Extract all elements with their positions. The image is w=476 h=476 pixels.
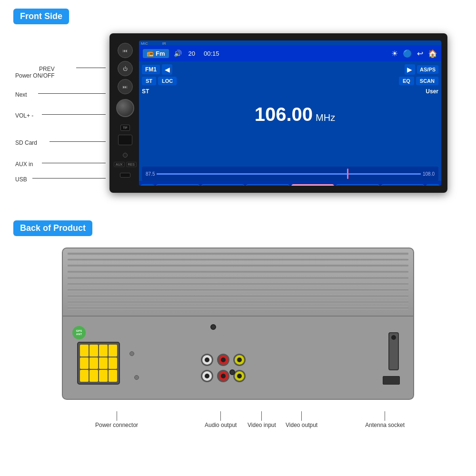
fin (68, 295, 408, 298)
preset-1[interactable]: 87.50 (156, 184, 199, 186)
ir-label: IR (162, 41, 166, 46)
mic-ir-labels: MIC IR (141, 41, 166, 46)
small-jack-top (210, 324, 216, 330)
home-icon[interactable]: 🏠 (428, 49, 437, 58)
brightness-icon[interactable]: ☀ (391, 49, 398, 58)
freq-unit: MHz (316, 112, 335, 123)
rca-red-2 (217, 370, 229, 382)
label-line-video-in (261, 411, 262, 421)
loc-button[interactable]: LOC (158, 77, 177, 85)
antenna-socket-label: Antenna socket (365, 411, 405, 428)
preset-5[interactable]: 108.00 (336, 184, 379, 186)
label-line-power (117, 411, 117, 421)
preset-3[interactable]: 98.00 (246, 184, 289, 186)
fin (68, 264, 408, 267)
right-controls: ▶ AS/PS EQ SCAN User (391, 64, 438, 164)
eq-scan-row: EQ SCAN (399, 77, 438, 85)
back-icon[interactable]: ↩ (417, 49, 423, 58)
tuner-scale (157, 173, 421, 175)
power-button[interactable]: ⏻ (118, 61, 133, 76)
fm-row: FM1 ◀ (142, 64, 199, 75)
sd-slot[interactable] (118, 135, 132, 145)
fin (68, 270, 408, 273)
pin (89, 345, 98, 357)
pin (99, 370, 108, 382)
fm-label[interactable]: FM1 (142, 65, 160, 74)
callout-line-vol (42, 114, 106, 115)
rca-yellow-1 (233, 354, 246, 366)
fin (68, 283, 408, 286)
presets-bar: ❮ 87.50 90.00 98.00 106.00 108.00 87.50 … (139, 181, 441, 186)
preset-6[interactable]: 87.50 (381, 184, 425, 186)
tuner-start: 87.5 (146, 171, 155, 177)
volume-knob[interactable] (116, 99, 134, 117)
pin (99, 345, 108, 357)
fm-back-arrow[interactable]: ◀ (162, 64, 172, 75)
st-loc-row: ST LOC (142, 77, 199, 85)
callout-prev: PREV Power ON/OFF (15, 66, 55, 79)
aux-res-area: AUX RES (114, 162, 137, 167)
front-side-label: Front Side (13, 9, 69, 24)
st-button[interactable]: ST (142, 77, 156, 85)
source-indicator[interactable]: 📻 Fm (143, 49, 169, 58)
video-input-label: Video input (248, 411, 276, 428)
aux-jack[interactable] (123, 153, 128, 158)
green-sticker: GPSANT (72, 326, 86, 339)
aux-btn[interactable]: AUX (114, 162, 124, 167)
res-btn[interactable]: RES (126, 162, 137, 167)
callout-line-prev (76, 68, 106, 68)
usb-port[interactable] (120, 173, 130, 178)
callout-sd: SD Card (15, 139, 37, 146)
tuner-needle (347, 169, 348, 179)
power-connector (77, 342, 120, 385)
fin (68, 307, 408, 309)
pin (80, 370, 89, 382)
eq-button[interactable]: EQ (399, 77, 414, 85)
left-controls: FM1 ◀ ST LOC ST (142, 64, 199, 164)
asps-button[interactable]: AS/PS (417, 65, 438, 74)
screw-1 (129, 351, 134, 356)
preset-4[interactable]: 106.00 (291, 184, 335, 186)
bluetooth-icon[interactable]: 🔵 (403, 49, 412, 58)
device-screen: MIC IR 📻 Fm 🔊 20 00:15 ☀ 🔵 ↩ 🏠 (139, 40, 441, 186)
pin (109, 345, 117, 357)
source-icon: 📻 (147, 50, 154, 57)
callout-aux: AUX in (15, 161, 33, 168)
rca-white-1 (201, 354, 213, 366)
antenna-hole (391, 335, 396, 340)
volume-icon: 🔊 (174, 50, 182, 57)
next-button[interactable]: ⏭ (118, 79, 133, 94)
mic-label: MIC (141, 41, 148, 46)
scan-button[interactable]: SCAN (416, 77, 438, 85)
screw-2 (134, 375, 139, 380)
video-output-label: Video output (286, 411, 317, 428)
label-line-audio (220, 411, 221, 421)
tuner-end: 108.0 (423, 171, 435, 177)
prev-button[interactable]: ⏮ (118, 43, 133, 58)
fin (68, 258, 408, 261)
usb-back-port (383, 376, 400, 385)
label-line-video-out (301, 411, 302, 421)
user-label: User (426, 88, 438, 95)
pin (89, 357, 98, 369)
audio-output-label: Audio output (205, 411, 237, 428)
pin (99, 357, 108, 369)
sd-label: TF (120, 125, 130, 131)
play-button[interactable]: ▶ (405, 64, 415, 75)
asps-row: ▶ AS/PS (405, 64, 438, 75)
power-connector-label: Power connector (95, 411, 138, 428)
small-jack-bottom (229, 369, 235, 375)
screen-main: FM1 ◀ ST LOC ST 106.00 MHz (139, 61, 441, 167)
preset-left-arrow[interactable]: ❮ (141, 184, 154, 186)
device-back: GPSANT (62, 248, 414, 428)
rca-row-top (201, 354, 246, 366)
time-display: 00:15 (204, 50, 219, 57)
tuner-bar: 87.5 108.0 (142, 167, 438, 181)
fin (68, 301, 408, 304)
pin (89, 370, 98, 382)
pin (109, 370, 117, 382)
preset-right-arrow[interactable]: ❯ (426, 184, 439, 186)
callout-line-usb (32, 178, 106, 178)
back-bottom-panel: GPSANT (63, 316, 413, 399)
preset-2[interactable]: 90.00 (201, 184, 245, 186)
